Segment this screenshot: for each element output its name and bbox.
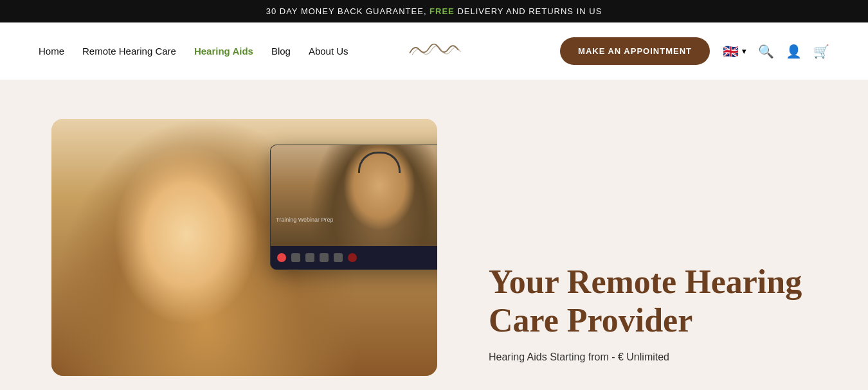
- hero-title: Your Remote Hearing Care Provider: [489, 263, 817, 340]
- search-button[interactable]: 🔍: [758, 44, 774, 59]
- user-icon: 👤: [786, 44, 802, 58]
- nav-item-hearing-aids[interactable]: Hearing Aids: [194, 46, 253, 57]
- hero-image-left: Training Webinar Prep: [51, 119, 437, 389]
- screen-share-button[interactable]: [320, 253, 329, 262]
- nav-item-about-us[interactable]: About Us: [309, 46, 348, 57]
- video-call-overlay: Training Webinar Prep: [270, 145, 437, 270]
- banner-text-after: DELIVERY AND RETURNS IN US: [455, 6, 602, 16]
- nav-item-home[interactable]: Home: [39, 46, 64, 57]
- language-label: ▾: [742, 46, 746, 56]
- video-feed: Training Webinar Prep: [271, 145, 437, 246]
- hero-subtitle: Hearing Aids Starting from - € Unlimited: [489, 351, 817, 363]
- main-nav: Home Remote Hearing Care Hearing Aids Bl…: [39, 46, 348, 57]
- chat-button[interactable]: [334, 253, 343, 262]
- banner-text-highlight: FREE: [429, 6, 455, 16]
- banner-text-before: 30 DAY MONEY BACK GUARANTEE,: [266, 6, 429, 16]
- video-label: Training Webinar Prep: [276, 217, 334, 223]
- cart-button[interactable]: 🛒: [813, 44, 829, 59]
- top-banner: 30 DAY MONEY BACK GUARANTEE, FREE DELIVE…: [0, 0, 868, 22]
- mute-button[interactable]: [291, 253, 300, 262]
- header: Home Remote Hearing Care Hearing Aids Bl…: [0, 22, 868, 80]
- appointment-button[interactable]: MAKE AN APPOINTMENT: [560, 37, 710, 65]
- language-selector[interactable]: 🇬🇧 ▾: [721, 42, 746, 60]
- nav-item-remote-hearing-care[interactable]: Remote Hearing Care: [82, 46, 176, 57]
- end-call-button[interactable]: [277, 253, 286, 262]
- account-button[interactable]: 👤: [786, 44, 802, 59]
- cart-icon: 🛒: [813, 44, 829, 58]
- flag-icon: 🇬🇧: [721, 42, 739, 60]
- leave-button[interactable]: [348, 253, 357, 262]
- hero-section: Training Webinar Prep Your Remote Hearin…: [0, 80, 868, 389]
- logo: [405, 37, 463, 66]
- header-right: MAKE AN APPOINTMENT 🇬🇧 ▾ 🔍 👤 🛒: [560, 37, 829, 65]
- hero-content-right: Your Remote Hearing Care Provider Hearin…: [437, 119, 817, 389]
- video-toggle-button[interactable]: [305, 253, 314, 262]
- nav-item-blog[interactable]: Blog: [271, 46, 291, 57]
- video-controls-bar: [271, 246, 437, 269]
- search-icon: 🔍: [758, 44, 774, 58]
